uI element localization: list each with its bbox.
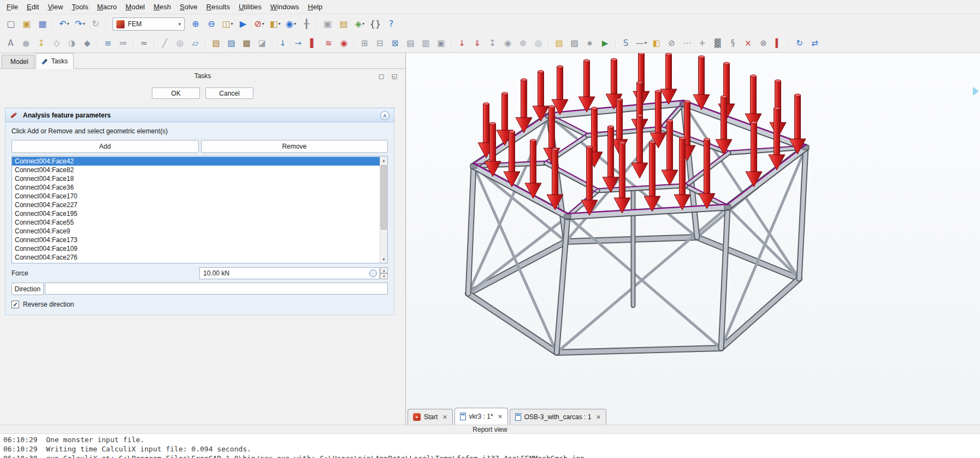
fem-mesh-netgen-icon[interactable]: ⊟ [373, 36, 387, 50]
fem-post-scalar-bar-icon[interactable]: ▍ [772, 36, 786, 50]
menu-item[interactable]: Mesh [149, 1, 175, 14]
fem-constraint-pressure-icon[interactable]: ⇓ [470, 36, 485, 50]
menu-item[interactable]: File [2, 1, 22, 14]
measure-icon[interactable]: ╂ [299, 17, 314, 32]
fem-material-fluid-icon[interactable]: ▨ [225, 36, 239, 50]
menu-item[interactable]: Model [121, 1, 149, 14]
scrollbar-thumb[interactable] [381, 165, 387, 230]
recompute-icon[interactable]: ↻ [793, 36, 807, 50]
expression-editor-icon[interactable]: {} [368, 17, 383, 32]
fem-solver-control-icon[interactable]: ∗ [583, 36, 597, 50]
close-tab-icon[interactable] [442, 413, 447, 421]
collapse-section-icon[interactable] [380, 111, 389, 120]
remove-button[interactable]: Remove [201, 140, 388, 153]
ok-button[interactable]: OK [152, 87, 200, 99]
fem-mesh-boundary-layer-icon[interactable]: ⊠ [388, 36, 403, 50]
face-list-item[interactable]: Connect004:Face9 [12, 227, 387, 236]
fem-post-warp-icon[interactable]: § [726, 36, 740, 50]
create-part-icon[interactable]: ▣ [321, 17, 335, 32]
fem-constraint-bearing-icon[interactable]: ◉ [501, 36, 515, 50]
workbench-selector[interactable]: FEM ▾ [113, 17, 185, 31]
fem-mesh-info-icon[interactable]: ≔ [116, 36, 131, 50]
fem-constraint-initial-flow-icon[interactable]: ↓ [276, 36, 290, 50]
fem-solver-calculix-icon[interactable]: ▧ [552, 36, 566, 50]
section-header[interactable]: Analysis feature parameters [5, 108, 394, 122]
menu-item[interactable]: Results [202, 1, 234, 14]
face-list-item[interactable]: Connect004:Face173 [12, 236, 387, 244]
dock-tab[interactable]: Tasks [36, 53, 74, 69]
make-link-icon[interactable]: ◈▾ [352, 17, 367, 32]
select-mode-icon[interactable]: ▶ [236, 17, 251, 32]
cancel-button[interactable]: Cancel [205, 87, 253, 99]
document-tab[interactable]: Start [408, 409, 453, 425]
menu-item[interactable]: Edit [22, 1, 43, 14]
fem-mesh-region-icon[interactable]: ▤ [404, 36, 418, 50]
force-input[interactable] [199, 267, 380, 279]
fem-solver-elmer-icon[interactable]: ▨ [568, 36, 582, 50]
face-list-item[interactable]: Connect004:Face55 [12, 218, 387, 227]
fem-mesh-gmsh-icon[interactable]: ⊞ [358, 36, 372, 50]
toggle-panels-icon[interactable]: ⇄ [808, 36, 822, 50]
reverse-direction-checkbox[interactable] [11, 301, 19, 308]
refresh-icon[interactable]: ↻ [88, 17, 103, 32]
create-group-icon[interactable]: ▤ [336, 17, 351, 32]
fem-constraint-initial-temperature-icon[interactable]: ◉ [337, 36, 351, 50]
face-list-item[interactable]: Connect004:Face109 [12, 244, 387, 253]
fem-post-glyph-filter-icon[interactable]: ⊗ [757, 36, 771, 50]
face-list-item[interactable]: Connect004:Face170 [12, 192, 387, 201]
fem-mesh-group-icon[interactable]: ▥ [419, 36, 433, 50]
menu-item[interactable]: Tools [67, 1, 92, 14]
fem-element-geometry-1d-icon[interactable]: ╱ [158, 36, 172, 50]
close-tab-icon[interactable] [498, 413, 503, 420]
whats-this-icon[interactable]: ? [384, 17, 399, 32]
face-list-item[interactable]: Connect004:Face36 [12, 183, 387, 192]
redo-icon[interactable]: ↷▾ [73, 17, 87, 32]
fem-post-create-function-icon[interactable]: + [695, 36, 710, 50]
float-panel-icon[interactable] [390, 72, 399, 80]
fem-constraint-transform-icon[interactable]: ● [19, 36, 33, 50]
fem-constraint-force-icon[interactable]: ↓ [455, 36, 469, 50]
scroll-down-icon[interactable] [380, 255, 387, 263]
save-icon[interactable]: ▦ [36, 17, 50, 32]
add-button[interactable]: Add [11, 140, 199, 153]
open-file-icon[interactable]: ▣ [20, 17, 34, 32]
fit-selection-icon[interactable]: ⊖ [204, 17, 219, 32]
fem-mesh-display-icon[interactable]: ≡ [101, 36, 115, 50]
face-list-item[interactable]: Connect004:Face195 [12, 209, 387, 218]
3d-viewport[interactable]: Start vkr3 : 1* OSB-3_with_carcas : 1 [406, 53, 980, 425]
document-tab[interactable]: OSB-3_with_carcas : 1 [510, 409, 606, 425]
face-list-item[interactable]: Connect004:Face276 [12, 253, 387, 262]
dock-tab[interactable]: Model [2, 55, 34, 68]
fem-working-plane-icon[interactable]: ◇ [50, 36, 64, 50]
face-list-item[interactable]: Connect004:Face18 [12, 174, 387, 183]
face-list-item[interactable]: Connect004:Face82 [12, 166, 387, 174]
fem-post-data-along-line-icon[interactable]: ◧ [650, 36, 664, 50]
fem-constraint-pulley-icon[interactable]: ◎ [532, 36, 546, 50]
fem-constraint-spring-icon[interactable]: ≈ [137, 36, 151, 50]
fem-post-streamline-icon[interactable]: S [619, 36, 633, 50]
face-list-item[interactable]: Connect004:Face42 [12, 157, 387, 166]
menu-item[interactable]: Solve [175, 1, 202, 14]
face-list-scrollbar[interactable] [380, 156, 387, 263]
menu-item[interactable]: Windows [266, 1, 304, 14]
spin-up-icon[interactable] [380, 267, 388, 273]
close-tab-icon[interactable] [596, 413, 600, 421]
fem-mesh-to-mesh-icon[interactable]: ▣ [434, 36, 448, 50]
fem-constraint-gear-icon[interactable]: ⊛ [516, 36, 530, 50]
fem-element-rotation-1d-icon[interactable]: ◎ [173, 36, 187, 50]
direction-button[interactable]: Direction [11, 283, 44, 295]
fem-constraint-temperature-icon[interactable]: ▌ [306, 36, 321, 50]
fem-element-fluid-1d-icon[interactable]: ▱ [188, 36, 203, 50]
fem-post-contours-icon[interactable]: ▓ [711, 36, 725, 50]
scroll-up-icon[interactable] [380, 156, 387, 164]
view-isometric-icon[interactable]: ◧▾ [268, 17, 282, 32]
fem-solver-run-icon[interactable]: ▶ [598, 36, 612, 50]
zoom-icon[interactable]: ◉▾ [284, 17, 298, 32]
fem-constraint-flow-velocity-icon[interactable]: → [291, 36, 305, 50]
direction-input[interactable] [45, 283, 388, 295]
fem-constraint-fixed-icon[interactable]: ↧ [34, 36, 49, 50]
fem-constraint-section-print-icon[interactable]: ◑ [65, 36, 79, 50]
fem-constraint-heatflux-icon[interactable]: ≋ [322, 36, 336, 50]
menu-item[interactable]: Utilities [234, 1, 266, 14]
draw-style-icon[interactable]: ◫▾ [220, 17, 235, 32]
